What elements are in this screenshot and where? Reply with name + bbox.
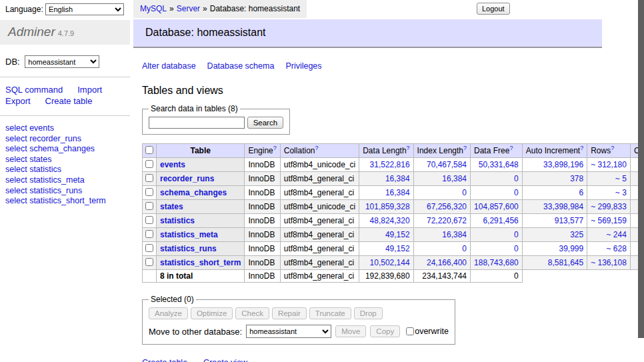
language-select[interactable]: English (45, 3, 124, 15)
sidebar-select-link[interactable]: select statistics_runs (5, 186, 125, 197)
sidebar-action-link[interactable]: Import (77, 85, 102, 95)
table-name-link[interactable]: states (160, 202, 183, 211)
adminer-link[interactable]: Adminer (8, 25, 55, 39)
data_free-link[interactable]: 50,331,648 (479, 160, 519, 169)
row-checkbox[interactable] (145, 230, 153, 238)
repair-button[interactable]: Repair (272, 307, 307, 319)
index_length-link[interactable]: 16,384 (442, 174, 467, 183)
sidebar-select-link[interactable]: select statistics_meta (5, 175, 125, 186)
data_length-link[interactable]: 49,152 (385, 230, 410, 239)
help-link[interactable]: ? (611, 145, 614, 151)
rows-link[interactable]: ~ 569,159 (591, 216, 627, 225)
rows-link[interactable]: ~ 299,833 (591, 202, 627, 211)
truncate-button[interactable]: Truncate (309, 307, 351, 319)
auto_increment-link[interactable]: 378 (570, 174, 583, 183)
auto_increment-link[interactable]: 913,577 (555, 216, 583, 225)
auto_increment-link[interactable]: 8,581,645 (548, 258, 583, 267)
rows-link[interactable]: ~ 244 (607, 230, 627, 239)
row-checkbox[interactable] (145, 244, 153, 252)
data_length-link[interactable]: 101,859,328 (365, 202, 410, 211)
database-action-link[interactable]: Privileges (285, 61, 321, 71)
move-button[interactable]: Move (335, 325, 366, 337)
auto_increment-link[interactable]: 39,999 (559, 244, 583, 253)
help-link[interactable]: ? (509, 145, 513, 151)
index_length-link[interactable]: 24,166,400 (427, 258, 467, 267)
auto_increment-link[interactable]: 6 (579, 188, 583, 197)
sidebar-action-link[interactable]: SQL command (5, 85, 63, 95)
help-link[interactable]: ? (463, 145, 467, 151)
data_length-link[interactable]: 16,384 (385, 188, 410, 197)
sidebar-select-link[interactable]: select statistics_short_term (5, 196, 125, 207)
check-button[interactable]: Check (235, 307, 269, 319)
data_length-link[interactable]: 16,384 (385, 174, 410, 183)
help-link[interactable]: ? (407, 145, 410, 151)
scrollbar-thumb[interactable] (638, 0, 644, 338)
copy-button[interactable]: Copy (370, 325, 400, 337)
index_length-link[interactable]: 16,384 (442, 230, 467, 239)
row-checkbox[interactable] (145, 258, 153, 266)
sidebar-select-link[interactable]: select states (5, 155, 125, 165)
create-link[interactable]: Create view (203, 358, 247, 362)
optimize-button[interactable]: Optimize (191, 307, 233, 319)
table-name-link[interactable]: statistics_short_term (160, 258, 241, 267)
rows-link[interactable]: ~ 3 (615, 188, 627, 197)
data_free-link[interactable]: 0 (514, 230, 519, 239)
analyze-button[interactable]: Analyze (149, 307, 188, 319)
vertical-scrollbar[interactable] (638, 0, 644, 362)
index_length-link[interactable]: 0 (462, 244, 467, 253)
breadcrumb-mysql-link[interactable]: MySQL (140, 4, 167, 13)
data_free-link[interactable]: 0 (514, 174, 519, 183)
auto_increment-link[interactable]: 33,898,196 (543, 160, 583, 169)
data_free-link[interactable]: 0 (514, 244, 519, 253)
table-name-link[interactable]: statistics_meta (160, 230, 218, 239)
auto_increment-link[interactable]: 325 (570, 230, 583, 239)
sidebar-action-link[interactable]: Create table (45, 96, 93, 106)
table-name-link[interactable]: recorder_runs (160, 174, 214, 183)
data_length-link[interactable]: 31,522,816 (370, 160, 410, 169)
drop-button[interactable]: Drop (354, 307, 383, 319)
rows-link[interactable]: ~ 5 (615, 174, 627, 183)
index_length-link[interactable]: 72,220,672 (427, 216, 467, 225)
row-checkbox[interactable] (145, 202, 153, 210)
breadcrumb-server-link[interactable]: Server (177, 4, 200, 13)
rows-link[interactable]: ~ 312,180 (591, 160, 627, 169)
row-checkbox[interactable] (145, 174, 153, 182)
db-select[interactable]: homeassistant (25, 55, 99, 68)
index_length-link[interactable]: 67,256,320 (427, 202, 467, 211)
index_length-link[interactable]: 0 (462, 188, 467, 197)
table-name-link[interactable]: statistics_runs (160, 244, 217, 253)
search-input[interactable] (149, 117, 245, 129)
sidebar-action-link[interactable]: Export (5, 96, 31, 106)
index_length-link[interactable]: 70,467,584 (427, 160, 467, 169)
data_length-link[interactable]: 49,152 (385, 244, 410, 253)
row-checkbox[interactable] (145, 188, 153, 196)
help-link[interactable]: ? (580, 145, 583, 151)
data_length-link[interactable]: 48,824,320 (370, 216, 410, 225)
overwrite-checkbox[interactable] (406, 327, 414, 335)
data_free-link[interactable]: 0 (514, 188, 519, 197)
sidebar-select-link[interactable]: select schema_changes (5, 144, 125, 155)
database-action-link[interactable]: Alter database (142, 61, 196, 71)
data_free-link[interactable]: 104,857,600 (474, 202, 519, 211)
sidebar-select-link[interactable]: select events (5, 123, 125, 134)
table-name-link[interactable]: schema_changes (160, 188, 227, 197)
database-action-link[interactable]: Database schema (207, 61, 275, 71)
row-checkbox[interactable] (145, 160, 153, 168)
select-all-checkbox[interactable] (145, 146, 153, 154)
rows-link[interactable]: ~ 628 (607, 244, 627, 253)
create-link[interactable]: Create table (142, 358, 187, 362)
sidebar-select-link[interactable]: select recorder_runs (5, 134, 125, 145)
help-link[interactable]: ? (315, 145, 318, 151)
sidebar-select-link[interactable]: select statistics (5, 165, 125, 175)
data_free-link[interactable]: 6,291,456 (483, 216, 518, 225)
auto_increment-link[interactable]: 33,398,984 (543, 202, 583, 211)
table-name-link[interactable]: events (160, 160, 185, 169)
row-checkbox[interactable] (145, 216, 153, 224)
help-link[interactable]: ? (273, 145, 277, 151)
table-name-link[interactable]: statistics (160, 216, 195, 225)
move-database-select[interactable]: homeassistant (246, 325, 331, 338)
search-button[interactable]: Search (247, 117, 283, 129)
rows-link[interactable]: ~ 136,108 (591, 258, 627, 267)
data_length-link[interactable]: 10,502,144 (370, 258, 410, 267)
data_free-link[interactable]: 188,743,680 (474, 258, 519, 267)
